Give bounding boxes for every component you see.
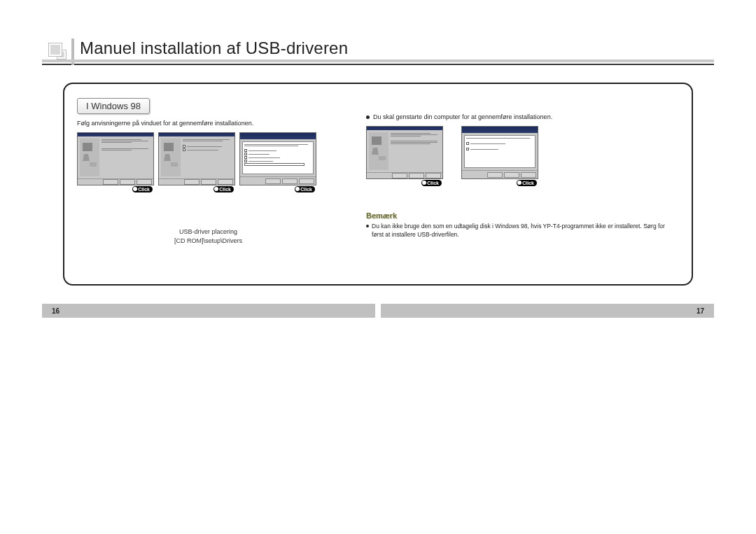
svg-marker-4 bbox=[164, 154, 171, 161]
wizard-screenshot-3: Click bbox=[239, 132, 316, 192]
click-badge: Click bbox=[214, 186, 234, 192]
svg-rect-0 bbox=[83, 143, 92, 151]
usb-location-line2: [CD ROM]\setup\Drivers bbox=[77, 237, 340, 246]
wizard-screenshot-1: Click bbox=[77, 132, 154, 192]
right-instruction-text: Du skal genstarte din computer for at ge… bbox=[366, 113, 665, 120]
click-badge: Click bbox=[517, 180, 537, 186]
title-bar: Manuel installation af USB-driveren bbox=[42, 38, 714, 65]
page-number-bar: 16 17 bbox=[42, 304, 714, 318]
svg-rect-2 bbox=[90, 162, 97, 167]
wizard-hardware-icon bbox=[161, 139, 181, 176]
click-badge: Click bbox=[132, 186, 153, 192]
os-badge: I Windows 98 bbox=[77, 98, 150, 114]
wizard-row-left: Click bbox=[77, 132, 340, 192]
note-body: Du kan ikke bruge den som en udtagelig d… bbox=[366, 223, 665, 239]
page-spread: Manuel installation af USB-driveren I Wi… bbox=[42, 38, 714, 286]
right-column: Du skal genstarte din computer for at ge… bbox=[354, 98, 665, 270]
svg-marker-1 bbox=[83, 154, 90, 161]
wizard-screenshot-4: Click bbox=[366, 126, 443, 186]
svg-rect-8 bbox=[379, 156, 386, 160]
svg-marker-7 bbox=[372, 148, 379, 155]
page-number-left: 16 bbox=[52, 307, 59, 315]
left-instruction-text: Følg anvisningerne på vinduet for at gen… bbox=[77, 120, 340, 127]
click-badge: Click bbox=[295, 186, 315, 192]
usb-driver-location: USB-driver placering [CD ROM]\setup\Driv… bbox=[77, 227, 340, 245]
wizard-hardware-icon bbox=[369, 132, 388, 170]
wizard-screenshot-2: Click bbox=[158, 132, 235, 192]
wizard-hardware-icon bbox=[80, 139, 99, 176]
left-column: I Windows 98 Følg anvisningerne på vindu… bbox=[77, 98, 354, 270]
content-frame: I Windows 98 Følg anvisningerne på vindu… bbox=[63, 83, 693, 286]
usb-location-line1: USB-driver placering bbox=[77, 227, 340, 237]
svg-rect-3 bbox=[164, 143, 174, 151]
wizard-row-right: Click bbox=[366, 126, 665, 186]
wizard-screenshot-5: Click bbox=[461, 126, 538, 186]
svg-rect-5 bbox=[171, 162, 178, 167]
page-title: Manuel installation af USB-driveren bbox=[80, 38, 348, 58]
page-number-right: 17 bbox=[696, 307, 704, 315]
click-badge: Click bbox=[421, 180, 442, 186]
note-heading: Bemærk bbox=[366, 211, 665, 220]
svg-rect-6 bbox=[372, 136, 382, 145]
